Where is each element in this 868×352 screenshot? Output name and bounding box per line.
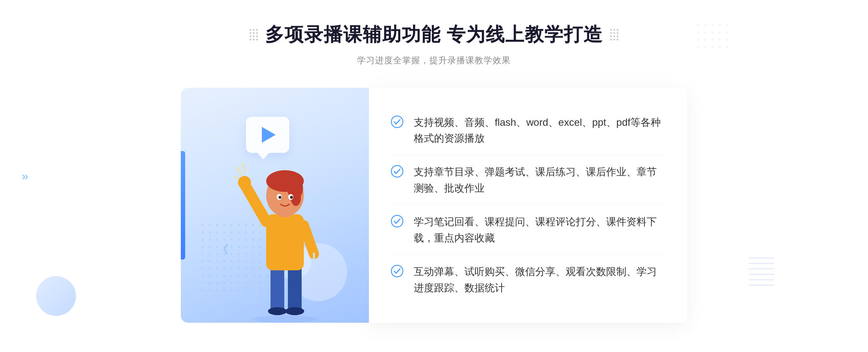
svg-point-122	[391, 116, 403, 128]
feature-item-3: 学习笔记回看、课程提问、课程评论打分、课件资料下载，重点内容收藏	[391, 206, 665, 255]
svg-point-62	[216, 267, 218, 270]
feature-text-3: 学习笔记回看、课程提问、课程评论打分、课件资料下载，重点内容收藏	[414, 214, 665, 246]
svg-rect-101	[271, 265, 284, 312]
svg-line-119	[236, 167, 242, 175]
header-section: 多项录播课辅助功能 专为线上教学打造 学习进度全掌握，提升录播课教学效果	[250, 22, 618, 66]
features-area: 支持视频、音频、flash、word、excel、ppt、pdf等各种格式的资源…	[369, 88, 687, 323]
svg-point-118	[290, 196, 293, 199]
svg-point-30	[201, 246, 204, 248]
svg-point-84	[230, 282, 233, 284]
title-row: 多项录播课辅助功能 专为线上教学打造	[250, 22, 618, 47]
svg-rect-105	[266, 214, 304, 270]
svg-point-83	[223, 282, 225, 284]
subtitle: 学习进度全掌握，提升录播课教学效果	[250, 55, 618, 66]
svg-point-104	[285, 307, 304, 315]
right-title-dots	[610, 29, 618, 40]
svg-point-10	[201, 231, 204, 233]
svg-point-14	[230, 231, 233, 233]
svg-point-103	[268, 307, 287, 315]
feature-item-2: 支持章节目录、弹题考试、课后练习、课后作业、章节测验、批改作业	[391, 156, 665, 205]
svg-point-53	[223, 260, 225, 262]
svg-point-71	[209, 275, 211, 277]
svg-point-100	[252, 315, 318, 323]
check-icon-2	[391, 165, 404, 178]
svg-point-2	[216, 224, 218, 226]
svg-point-107	[238, 176, 251, 189]
feature-item-1: 支持视频、音频、flash、word、excel、ppt、pdf等各种格式的资源…	[391, 107, 665, 155]
svg-point-123	[391, 166, 403, 177]
feature-text-4: 互动弹幕、试听购买、微信分享、观看次数限制、学习进度跟踪、数据统计	[414, 264, 665, 296]
svg-point-90	[201, 289, 204, 291]
svg-point-1	[209, 224, 211, 226]
svg-point-40	[201, 253, 204, 255]
svg-rect-102	[288, 265, 302, 312]
main-title: 多项录播课辅助功能 专为线上教学打造	[265, 22, 603, 47]
left-title-dots	[250, 29, 258, 40]
svg-point-94	[230, 289, 233, 291]
svg-point-61	[209, 267, 211, 270]
svg-line-108	[304, 225, 314, 254]
svg-point-72	[216, 275, 218, 277]
svg-point-92	[216, 289, 218, 291]
svg-line-121	[242, 163, 245, 171]
feature-text-2: 支持章节目录、弹题考试、课后练习、课后作业、章节测验、批改作业	[414, 164, 665, 197]
svg-point-34	[230, 246, 233, 248]
chevrons-decoration: 《	[217, 242, 229, 258]
svg-line-120	[234, 175, 238, 178]
svg-point-64	[230, 267, 233, 270]
svg-point-63	[223, 267, 225, 270]
svg-point-11	[209, 231, 211, 233]
person-illustration	[234, 142, 336, 323]
check-icon-4	[391, 265, 404, 278]
svg-point-125	[391, 265, 403, 277]
svg-point-73	[223, 275, 225, 277]
svg-point-81	[209, 282, 211, 284]
svg-point-82	[216, 282, 218, 284]
svg-point-60	[201, 267, 204, 270]
svg-point-74	[230, 275, 233, 277]
svg-point-124	[391, 215, 403, 227]
svg-point-22	[216, 239, 218, 241]
svg-point-54	[230, 260, 233, 262]
svg-point-13	[223, 231, 225, 233]
svg-point-0	[201, 224, 204, 226]
svg-point-23	[223, 239, 225, 241]
svg-point-52	[216, 260, 218, 262]
svg-point-31	[209, 246, 211, 248]
content-area: // generate dots in SVG 《	[181, 88, 687, 323]
accent-bar	[181, 151, 185, 259]
svg-point-21	[209, 239, 211, 241]
feature-item-4: 互动弹幕、试听购买、微信分享、观看次数限制、学习进度跟踪、数据统计	[391, 256, 665, 304]
check-icon-3	[391, 215, 404, 228]
svg-point-24	[230, 239, 233, 241]
svg-point-50	[201, 260, 204, 262]
play-triangle-icon	[262, 127, 276, 143]
svg-point-117	[278, 196, 281, 199]
page-wrapper: 多项录播课辅助功能 专为线上教学打造 学习进度全掌握，提升录播课教学效果	[0, 0, 868, 352]
svg-point-4	[230, 224, 233, 226]
svg-point-44	[230, 253, 233, 255]
svg-point-91	[209, 289, 211, 291]
svg-line-106	[245, 185, 266, 222]
svg-point-12	[216, 231, 218, 233]
check-icon-1	[391, 115, 404, 128]
illustration-area: // generate dots in SVG 《	[181, 88, 369, 323]
svg-point-70	[201, 275, 204, 277]
svg-point-93	[223, 289, 225, 291]
svg-point-80	[201, 282, 204, 284]
svg-point-51	[209, 260, 211, 262]
svg-point-20	[201, 239, 204, 241]
svg-point-41	[209, 253, 211, 255]
svg-point-3	[223, 224, 225, 226]
feature-text-1: 支持视频、音频、flash、word、excel、ppt、pdf等各种格式的资源…	[414, 115, 665, 147]
